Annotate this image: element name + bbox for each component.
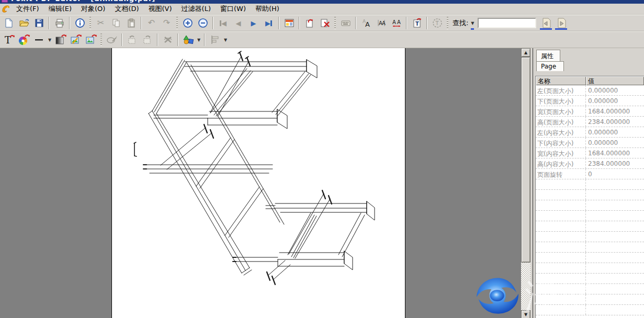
menu-item[interactable]: 窗口(W) — [216, 4, 251, 14]
property-row[interactable] — [536, 242, 644, 253]
property-row[interactable] — [536, 253, 644, 263]
zoom-in-button[interactable] — [180, 16, 195, 30]
page-tab[interactable]: Page — [536, 61, 564, 71]
property-row[interactable]: 高(内容大小)2384.000000 — [536, 158, 644, 169]
property-value[interactable]: 2384.000000 — [586, 117, 644, 127]
page-layout-button[interactable] — [281, 16, 297, 30]
property-row[interactable]: 左(内容大小)0.000000 — [536, 127, 644, 138]
name-column-header[interactable]: 名称 — [536, 76, 586, 85]
delete-page-button[interactable] — [317, 16, 332, 30]
delete-object-button[interactable] — [160, 32, 175, 47]
align-objects-button[interactable] — [207, 32, 222, 47]
property-row[interactable]: 页面旋转0 — [536, 169, 644, 179]
previous-page-button[interactable]: ◀ — [231, 16, 246, 30]
last-page-button[interactable]: ▶ — [261, 16, 276, 30]
menu-item[interactable]: 编辑(E) — [44, 4, 76, 14]
rotate-selection-left-button[interactable] — [125, 32, 140, 47]
menu-item[interactable]: 视图(V) — [144, 4, 177, 14]
property-value[interactable] — [586, 253, 644, 263]
property-row[interactable] — [536, 284, 644, 294]
find-previous-button[interactable] — [538, 16, 553, 30]
property-row[interactable] — [536, 211, 644, 221]
value-column-header[interactable]: 值 — [586, 76, 644, 85]
scrollbar-thumb[interactable] — [521, 57, 530, 263]
property-value[interactable]: 1684.000000 — [586, 106, 644, 116]
property-row[interactable] — [536, 263, 644, 274]
property-value[interactable]: 0.000000 — [586, 138, 644, 147]
property-row[interactable]: 宽(页面大小)1684.000000 — [536, 106, 644, 117]
menu-item[interactable]: 过滤器(L) — [177, 4, 216, 14]
redo-button[interactable]: ↷ — [159, 16, 174, 30]
font-button[interactable]: AA — [358, 16, 374, 30]
property-value[interactable] — [586, 263, 644, 273]
property-row[interactable]: 宽(内容大小)1684.000000 — [536, 148, 644, 158]
print-button[interactable] — [52, 16, 67, 30]
property-value[interactable] — [586, 200, 644, 210]
property-row[interactable] — [536, 274, 644, 284]
toolbar-grip[interactable] — [176, 17, 178, 29]
copy-button[interactable] — [108, 16, 123, 30]
text-circle-button[interactable]: T — [430, 16, 445, 30]
property-row[interactable]: 左(页面大小)0.000000 — [536, 85, 644, 96]
property-row[interactable] — [536, 232, 644, 242]
property-value[interactable] — [586, 242, 644, 252]
find-input[interactable] — [478, 18, 536, 28]
insert-shapes-dropdown[interactable]: ▼ — [196, 32, 202, 47]
insert-shapes-button[interactable] — [180, 32, 196, 47]
char-spacing-button[interactable]: AA — [389, 16, 404, 30]
next-page-button[interactable]: ▶ — [246, 16, 261, 30]
toolbar-grip[interactable] — [334, 17, 336, 29]
edit-shape-button[interactable] — [104, 32, 119, 47]
property-row[interactable] — [536, 305, 644, 315]
line-style-button[interactable] — [31, 32, 47, 47]
edit-image-button[interactable] — [68, 32, 83, 47]
scroll-up-button[interactable]: ▲ — [521, 48, 530, 57]
gradient-fill-button[interactable] — [53, 32, 68, 47]
property-value[interactable] — [586, 274, 644, 283]
property-row[interactable] — [536, 221, 644, 232]
new-document-button[interactable] — [1, 16, 16, 30]
toolbar-grip[interactable] — [100, 33, 102, 46]
property-row[interactable] — [536, 190, 644, 200]
property-row[interactable]: 下(页面大小)0.000000 — [536, 96, 644, 106]
menu-item[interactable]: 帮助(H) — [251, 4, 284, 14]
menu-item[interactable]: 文件(F) — [12, 4, 44, 14]
zoom-out-button[interactable] — [195, 16, 210, 30]
menu-item[interactable]: 对象(O) — [76, 4, 110, 14]
align-objects-dropdown[interactable]: ▼ — [222, 32, 229, 47]
property-value[interactable]: 0.000000 — [586, 96, 644, 106]
property-value[interactable] — [586, 305, 644, 315]
property-value[interactable]: 2384.000000 — [586, 158, 644, 168]
vertical-scrollbar[interactable]: ▲ ▼ — [521, 48, 530, 318]
find-dropdown[interactable]: ▼ — [469, 16, 476, 30]
property-value[interactable]: 0.000000 — [586, 85, 644, 95]
open-file-button[interactable] — [16, 16, 31, 30]
kerning-button[interactable]: AA — [374, 16, 389, 30]
property-value[interactable]: 0.000000 — [586, 127, 644, 137]
rotate-selection-right-button[interactable] — [140, 32, 155, 47]
property-value[interactable]: 1684.000000 — [586, 148, 644, 158]
document-canvas[interactable] — [0, 48, 521, 318]
pdf-page[interactable] — [111, 48, 405, 318]
add-text-page-button[interactable]: T — [409, 16, 424, 30]
property-value[interactable] — [586, 221, 644, 231]
cut-button[interactable]: ✂ — [93, 16, 108, 30]
property-value[interactable] — [586, 284, 644, 294]
toolbar-grip[interactable] — [89, 17, 91, 29]
find-next-button[interactable] — [553, 16, 569, 30]
first-page-button[interactable]: ◀ — [216, 16, 231, 30]
line-style-dropdown[interactable]: ▼ — [47, 32, 53, 47]
paste-button[interactable] — [123, 16, 139, 30]
undo-button[interactable]: ↶ — [144, 16, 159, 30]
property-value[interactable] — [586, 211, 644, 221]
scroll-down-button[interactable]: ▼ — [521, 310, 530, 318]
document-info-button[interactable] — [72, 16, 87, 30]
property-value[interactable] — [586, 294, 644, 304]
property-value[interactable] — [586, 190, 644, 200]
property-value[interactable] — [586, 179, 644, 189]
keyboard-button[interactable] — [338, 16, 353, 30]
text-tool-button[interactable]: T — [1, 32, 16, 47]
save-button[interactable] — [31, 16, 47, 30]
rotate-page-button[interactable] — [302, 16, 317, 30]
insert-image-button[interactable] — [83, 32, 98, 47]
